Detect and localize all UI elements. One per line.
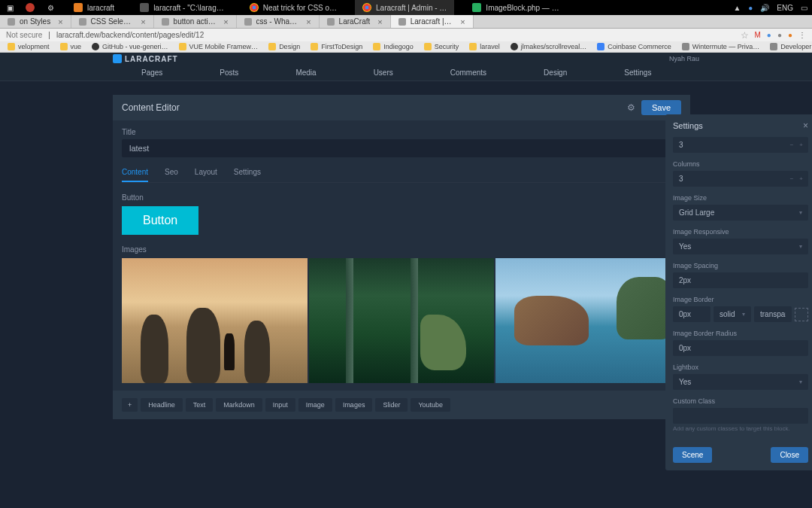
browser-tab-5[interactable]: Laracraft | Admin× [391, 15, 474, 28]
os-tab-0[interactable]: laracraft [66, 0, 122, 15]
bookmark-9[interactable]: jlmakes/scrollreveal… [506, 42, 592, 51]
bookmark-8[interactable]: laravel [465, 42, 504, 51]
sub-tabs: Content Seo Layout Settings [122, 168, 681, 183]
os-tab-1[interactable]: laracraft - "C:\larag… [132, 0, 232, 15]
columns-label: Columns [673, 160, 808, 168]
bookmark-2[interactable]: GitHub - vue-generi… [87, 42, 173, 51]
tab-layout[interactable]: Layout [195, 168, 217, 182]
tab-content[interactable]: Content [122, 168, 148, 182]
stepper-down-icon[interactable]: − [788, 175, 796, 182]
security-status[interactable]: Not secure [6, 31, 42, 39]
images-section-label: Images [122, 245, 681, 254]
button-section-label: Button [122, 193, 681, 202]
bookmark-1[interactable]: vue [56, 42, 86, 51]
browser-tab-1[interactable]: CSS Selectors Reference× [71, 15, 154, 28]
bookmark-10[interactable]: Coinbase Commerce [592, 42, 676, 51]
preview-button[interactable]: Button [122, 206, 198, 235]
os-taskbar: ▣ ⚙ laracraft laracraft - "C:\larag… Nea… [0, 0, 812, 15]
tab-seo[interactable]: Seo [165, 168, 178, 182]
bookmark-6[interactable]: Indiegogo [368, 42, 418, 51]
bookmark-4[interactable]: Design [264, 42, 304, 51]
tool-youtube[interactable]: Youtube [411, 398, 450, 412]
image-size-select[interactable]: Grid Large▾ [673, 205, 808, 221]
tool-text[interactable]: Text [186, 398, 214, 412]
ext-icon[interactable]: ● [767, 31, 771, 39]
os-tab-4[interactable]: ImageBlock.php — … [465, 0, 566, 15]
gmail-icon[interactable]: M [755, 31, 761, 39]
nav-design[interactable]: Design [515, 65, 595, 81]
close-icon[interactable]: × [223, 17, 228, 26]
browser-tab-3[interactable]: css - What is the differ…× [237, 15, 320, 28]
image-3[interactable] [495, 258, 681, 383]
nav-comments[interactable]: Comments [422, 65, 515, 81]
lightbox-select[interactable]: Yes▾ [673, 374, 808, 390]
image-1[interactable] [122, 258, 308, 383]
bookmark-7[interactable]: Security [420, 42, 464, 51]
save-button[interactable]: Save [641, 100, 681, 115]
tab-settings[interactable]: Settings [234, 168, 261, 182]
stepper-down-icon[interactable]: − [788, 141, 796, 148]
close-icon[interactable]: × [306, 17, 311, 26]
border-style-select[interactable]: solid▾ [714, 306, 751, 322]
tool-markdown[interactable]: Markdown [216, 398, 262, 412]
tool-headline[interactable]: Headline [141, 398, 183, 412]
browser-tab-4[interactable]: LaraCraft× [320, 15, 391, 28]
close-icon[interactable]: × [803, 120, 808, 131]
browser-tab-0[interactable]: on Styles× [0, 15, 71, 28]
ext-icon[interactable]: ● [788, 31, 792, 39]
os-tab-3[interactable]: Laracraft | Admin - … [355, 0, 454, 15]
os-notifications-icon[interactable]: ▭ [801, 4, 807, 12]
border-preview-icon[interactable] [795, 308, 808, 321]
spacing-input[interactable] [673, 272, 808, 288]
os-volume-icon[interactable]: 🔊 [760, 4, 769, 12]
close-button[interactable]: Close [771, 447, 808, 463]
bookmark-3[interactable]: VUE Mobile Framew… [174, 42, 263, 51]
os-tray-icon[interactable]: ▲ [733, 4, 741, 12]
browser-tab-2[interactable]: button active focus hov…× [154, 15, 237, 28]
stepper-up-icon[interactable]: + [797, 175, 805, 182]
tool-add[interactable]: + [122, 398, 138, 412]
os-settings-icon[interactable]: ⚙ [45, 2, 56, 13]
gear-icon[interactable]: ⚙ [627, 102, 635, 113]
bookmark-11[interactable]: Wintermute — Priva… [677, 42, 765, 51]
close-icon[interactable]: × [377, 17, 382, 26]
tool-image[interactable]: Image [298, 398, 332, 412]
image-size-label: Image Size [673, 194, 808, 202]
os-tab-2[interactable]: Neat trick for CSS o… [242, 0, 344, 15]
close-icon[interactable]: × [460, 17, 465, 26]
nav-pages[interactable]: Pages [113, 65, 191, 81]
close-icon[interactable]: × [141, 17, 145, 26]
close-icon[interactable]: × [58, 17, 62, 26]
user-name[interactable]: Nyah Rau [669, 55, 699, 62]
spacing-label: Image Spacing [673, 262, 808, 269]
logo[interactable]: LARACRAFT [113, 54, 178, 63]
bookmark-5[interactable]: FirstToDesign [306, 42, 367, 51]
os-app-icon[interactable] [26, 3, 35, 12]
scene-button[interactable]: Scene [673, 447, 712, 463]
nav-users[interactable]: Users [345, 65, 422, 81]
nav-settings[interactable]: Settings [595, 65, 680, 81]
ext-icon[interactable]: ● [777, 31, 782, 39]
menu-icon[interactable]: ⋮ [798, 31, 806, 39]
bookmark-star-icon[interactable]: ☆ [741, 30, 749, 41]
stepper-up-icon[interactable]: + [797, 141, 805, 148]
os-tray-icon[interactable]: ● [748, 4, 753, 12]
tool-images[interactable]: Images [335, 398, 373, 412]
url-text[interactable]: laracraft.dew/backend/content/pages/edit… [56, 31, 735, 39]
title-input[interactable] [122, 139, 681, 157]
tool-slider[interactable]: Slider [375, 398, 408, 412]
custom-class-input[interactable] [673, 408, 808, 424]
nav-posts[interactable]: Posts [191, 65, 267, 81]
bookmark-0[interactable]: velopment [3, 42, 54, 51]
radius-input[interactable] [673, 340, 808, 356]
chevron-down-icon: ▾ [742, 311, 745, 318]
nav-media[interactable]: Media [267, 65, 344, 81]
responsive-select[interactable]: Yes▾ [673, 239, 808, 254]
border-width-input[interactable] [673, 306, 710, 322]
os-lang[interactable]: ENG [777, 4, 793, 12]
bookmark-12[interactable]: Developer solution c… [765, 42, 812, 51]
os-menu-icon[interactable]: ▣ [5, 2, 15, 13]
tool-input[interactable]: Input [265, 398, 295, 412]
image-2[interactable] [309, 258, 495, 383]
border-color-input[interactable] [754, 306, 792, 322]
